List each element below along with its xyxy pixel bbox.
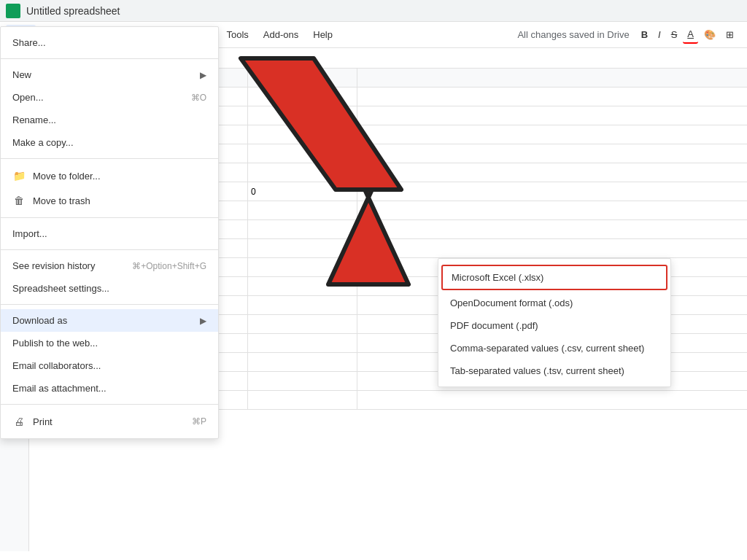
cell-f5[interactable] (248, 163, 357, 182)
spreadsheet-title: Untitled spreadsheet (26, 5, 741, 17)
separator-6 (1, 404, 218, 405)
download-ods[interactable]: OpenDocument format (.ods) (438, 292, 670, 314)
download-xlsx[interactable]: Microsoft Excel (.xlsx) (441, 265, 667, 290)
menu-download[interactable]: Download as ▶ (1, 309, 218, 332)
cell-f15[interactable] (248, 353, 357, 371)
cell-f3[interactable] (248, 125, 357, 144)
menu-import[interactable]: Import... (1, 222, 218, 245)
underline-button[interactable]: A (683, 26, 698, 44)
separator-1 (1, 58, 218, 59)
cell-f9[interactable] (248, 239, 357, 257)
cell-f4[interactable] (248, 144, 357, 163)
menu-email-attach[interactable]: Email as attachment... (1, 377, 218, 400)
strikethrough-button[interactable]: S (667, 26, 682, 43)
italic-button[interactable]: I (654, 26, 665, 43)
menu-email-collab[interactable]: Email collaborators... (1, 354, 218, 377)
menu-revision[interactable]: See revision history ⌘+Option+Shift+G (1, 254, 218, 277)
menu-tools[interactable]: Tools (219, 25, 255, 44)
trash-icon: 🗑 (12, 194, 26, 207)
col-header-f[interactable]: F (248, 69, 357, 87)
download-submenu: Microsoft Excel (.xlsx) OpenDocument for… (438, 258, 671, 387)
menu-addons[interactable]: Add-ons (256, 25, 306, 44)
menu-new[interactable]: New ▶ (1, 63, 218, 86)
menu-move-folder[interactable]: 📁 Move to folder... (1, 163, 218, 188)
cell-f11[interactable] (248, 277, 357, 295)
download-pdf[interactable]: PDF document (.pdf) (438, 314, 670, 337)
menu-open[interactable]: Open... ⌘O (1, 86, 218, 109)
title-bar: Untitled spreadsheet (0, 0, 747, 22)
cell-f7[interactable] (248, 201, 357, 219)
cell-f10[interactable] (248, 258, 357, 276)
download-arrow-icon: ▶ (200, 316, 206, 326)
print-icon: 🖨 (12, 415, 26, 428)
menu-print[interactable]: 🖨 Print ⌘P (1, 409, 218, 434)
menu-share[interactable]: Share... (1, 31, 218, 54)
cell-f17[interactable] (248, 391, 357, 409)
fill-color-button[interactable]: 🎨 (700, 26, 720, 43)
separator-5 (1, 304, 218, 305)
cell-f12[interactable] (248, 296, 357, 314)
save-status: All changes saved in Drive (517, 29, 636, 40)
cell-f14[interactable] (248, 334, 357, 352)
menu-rename[interactable]: Rename... (1, 109, 218, 131)
download-csv[interactable]: Comma-separated values (.csv, current sh… (438, 337, 670, 359)
menu-settings[interactable]: Spreadsheet settings... (1, 277, 218, 300)
menu-make-copy[interactable]: Make a copy... (1, 131, 218, 154)
menu-help[interactable]: Help (306, 25, 340, 44)
app-container: Untitled spreadsheet File Edit View Inse… (0, 0, 747, 551)
folder-icon: 📁 (12, 169, 26, 182)
cell-f1[interactable] (248, 88, 357, 106)
new-arrow-icon: ▶ (200, 70, 206, 80)
cell-f16[interactable] (248, 372, 357, 390)
separator-2 (1, 158, 218, 159)
cell-f13[interactable] (248, 315, 357, 333)
borders-button[interactable]: ⊞ (721, 26, 738, 43)
separator-4 (1, 249, 218, 250)
separator-3 (1, 217, 218, 218)
file-dropdown: Share... New ▶ Open... ⌘O Rename... Make… (0, 26, 219, 439)
bold-button[interactable]: B (637, 26, 652, 43)
download-tsv[interactable]: Tab-separated values (.tsv, current shee… (438, 359, 670, 382)
cell-f8[interactable] (248, 220, 357, 238)
cell-f2[interactable] (248, 106, 357, 125)
menu-move-trash[interactable]: 🗑 Move to trash (1, 188, 218, 213)
cell-f6[interactable]: 0 (248, 182, 357, 201)
app-logo (6, 4, 20, 18)
menu-publish[interactable]: Publish to the web... (1, 332, 218, 354)
